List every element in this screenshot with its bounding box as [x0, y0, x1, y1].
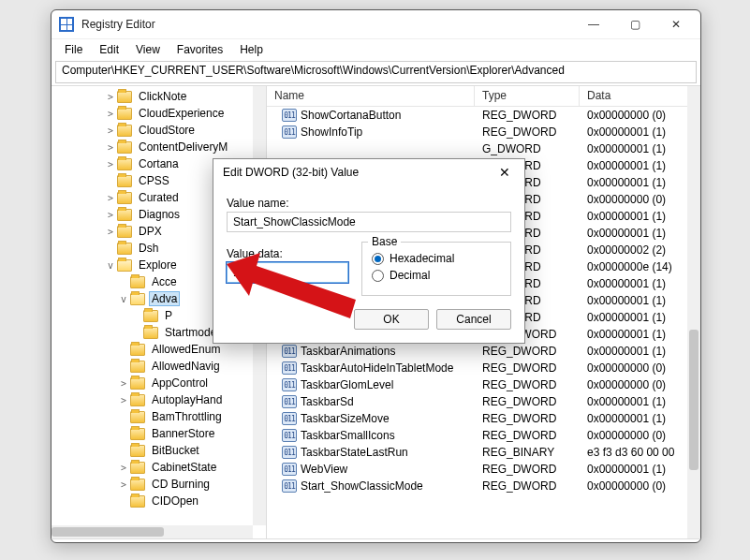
value-data: 0x00000001 (1) — [580, 159, 700, 172]
tree-scrollbar-horizontal[interactable] — [51, 525, 253, 538]
tree-item[interactable]: BitBucket — [51, 442, 266, 459]
folder-icon — [117, 259, 132, 272]
tree-item-label: AllowedEnum — [149, 343, 223, 356]
menu-edit[interactable]: Edit — [92, 41, 126, 58]
close-button[interactable]: ✕ — [655, 10, 697, 38]
dword-icon: 011 — [282, 345, 297, 358]
tree-item[interactable]: >CloudStore — [51, 122, 266, 139]
value-data: 0x0000000e (14) — [580, 260, 700, 273]
expand-icon[interactable]: > — [117, 463, 130, 473]
list-row[interactable]: 011WebViewREG_DWORD0x00000001 (1) — [267, 461, 700, 478]
maximize-button[interactable]: ▢ — [614, 10, 655, 38]
list-row[interactable]: G_DWORD0x00000001 (1) — [267, 140, 700, 157]
expand-icon[interactable]: > — [104, 210, 117, 220]
tree-item-label: P — [162, 309, 175, 322]
folder-icon — [130, 411, 145, 423]
radio-hexadecimal[interactable]: Hexadecimal — [372, 252, 501, 265]
cancel-button[interactable]: Cancel — [436, 309, 511, 330]
value-data: 0x00000001 (1) — [580, 176, 700, 189]
col-name[interactable]: Name — [267, 86, 475, 106]
list-row[interactable]: 011TaskbarSizeMoveREG_DWORD0x00000001 (1… — [267, 410, 700, 427]
list-row[interactable]: 011TaskbarSmallIconsREG_DWORD0x00000000 … — [267, 427, 700, 444]
list-row[interactable]: 011ShowCortanaButtonREG_DWORD0x00000000 … — [267, 107, 700, 124]
menu-favorites[interactable]: Favorites — [169, 41, 230, 58]
value-type: REG_DWORD — [475, 378, 580, 391]
expand-icon[interactable]: > — [104, 109, 117, 119]
value-type: REG_DWORD — [475, 429, 580, 442]
tree-item-label: BitBucket — [149, 444, 202, 457]
statusbar — [51, 538, 700, 542]
value-data: 0x00000001 (1) — [580, 412, 700, 425]
expand-icon[interactable]: > — [117, 479, 130, 490]
dword-icon: 011 — [282, 446, 297, 459]
tree-item[interactable]: >ClickNote — [51, 88, 266, 105]
tree-item[interactable]: CIDOpen — [51, 493, 266, 509]
folder-icon — [117, 158, 132, 170]
tree-item[interactable]: AllowedNavig — [51, 358, 266, 375]
tree-item[interactable]: >ContentDeliveryM — [51, 139, 266, 155]
tree-item[interactable]: BannerStore — [51, 425, 266, 442]
window-title: Registry Editor — [81, 18, 573, 31]
value-data: 0x00000001 (1) — [580, 142, 700, 155]
menu-help[interactable]: Help — [232, 41, 271, 58]
menu-view[interactable]: View — [128, 41, 168, 58]
expand-icon[interactable]: > — [104, 227, 117, 237]
tree-item-label: CloudStore — [136, 124, 198, 137]
tree-item[interactable]: >AppControl — [51, 375, 266, 391]
expand-icon[interactable]: > — [117, 395, 130, 405]
folder-icon — [130, 495, 145, 508]
value-data: 0x00000000 (0) — [580, 479, 700, 493]
expand-icon[interactable]: > — [104, 159, 117, 169]
list-row[interactable]: 011TaskbarStateLastRunREG_BINARYe3 f3 d3… — [267, 444, 700, 461]
minimize-button[interactable]: — — [573, 10, 614, 38]
list-row[interactable]: 011TaskbarAutoHideInTabletModeREG_DWORD0… — [267, 360, 700, 376]
value-data-label: Value data: — [227, 247, 348, 260]
tree-item-label: DPX — [136, 225, 165, 238]
tree-item[interactable]: BamThrottling — [51, 408, 266, 425]
value-type: REG_DWORD — [475, 395, 580, 408]
list-row[interactable]: 011TaskbarSdREG_DWORD0x00000001 (1) — [267, 393, 700, 410]
dword-icon: 011 — [282, 412, 297, 425]
value-data-input[interactable] — [227, 262, 348, 283]
value-data: 0x00000001 (1) — [580, 227, 700, 240]
list-scrollbar-vertical[interactable] — [687, 86, 700, 538]
radio-icon — [372, 270, 384, 282]
tree-item-label: Explore — [136, 258, 180, 272]
col-type[interactable]: Type — [475, 86, 580, 106]
expand-icon[interactable]: > — [104, 125, 117, 136]
tree-item[interactable]: >CabinetState — [51, 459, 266, 476]
col-data[interactable]: Data — [580, 86, 700, 106]
expand-icon[interactable]: > — [104, 193, 117, 203]
list-row[interactable]: 011TaskbarAnimationsREG_DWORD0x00000001 … — [267, 343, 700, 360]
dialog-title: Edit DWORD (32-bit) Value — [223, 166, 491, 179]
list-row[interactable]: 011ShowInfoTipREG_DWORD0x00000001 (1) — [267, 124, 700, 140]
expand-icon[interactable]: > — [104, 92, 117, 102]
folder-icon — [117, 125, 132, 137]
dword-icon: 011 — [282, 479, 297, 493]
value-type: REG_DWORD — [475, 345, 580, 358]
value-name: TaskbarGlomLevel — [301, 378, 393, 391]
tree-item[interactable]: >CD Burning — [51, 476, 266, 493]
value-data: 0x00000000 (0) — [580, 361, 700, 375]
tree-item[interactable]: >AutoplayHand — [51, 391, 266, 408]
value-type: REG_DWORD — [475, 125, 580, 139]
value-data: e3 f3 d3 60 00 00 — [580, 446, 700, 459]
ok-button[interactable]: OK — [354, 309, 429, 330]
folder-icon — [117, 108, 132, 120]
address-bar[interactable]: Computer\HKEY_CURRENT_USER\Software\Micr… — [55, 61, 697, 83]
list-row[interactable]: 011Start_ShowClassicModeREG_DWORD0x00000… — [267, 478, 700, 494]
dialog-close-button[interactable]: ✕ — [491, 165, 519, 180]
value-name: TaskbarAnimations — [301, 345, 395, 358]
tree-item-label: AutoplayHand — [149, 393, 225, 406]
tree-item[interactable]: >CloudExperience — [51, 105, 266, 122]
expand-icon[interactable]: v — [117, 294, 130, 304]
expand-icon[interactable]: > — [104, 142, 117, 153]
list-row[interactable]: 011TaskbarGlomLevelREG_DWORD0x00000000 (… — [267, 376, 700, 393]
expand-icon[interactable]: v — [104, 260, 117, 271]
value-type: G_DWORD — [475, 142, 580, 155]
expand-icon[interactable]: > — [117, 378, 130, 389]
tree-item-label: BannerStore — [149, 427, 217, 440]
menu-file[interactable]: File — [57, 41, 90, 58]
radio-decimal[interactable]: Decimal — [372, 269, 501, 282]
value-name-input[interactable] — [227, 212, 511, 232]
